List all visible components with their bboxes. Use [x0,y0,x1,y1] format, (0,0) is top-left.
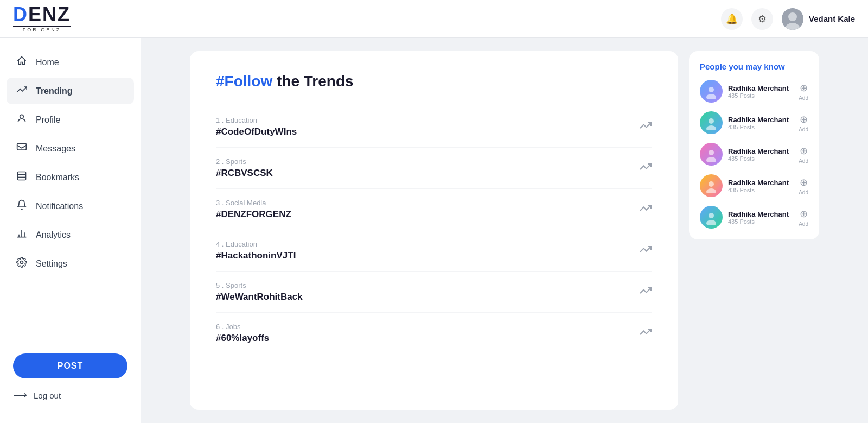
trend-tag: #DENZFORGENZ [216,209,291,220]
settings-icon [15,257,28,270]
trend-item[interactable]: 2 . Sports #RCBVSCSK [216,148,652,189]
person-info: Radhika Merchant 435 Posts [728,147,793,162]
header: DENZ FOR GENZ 🔔 ⚙ Vedant Kale [0,0,868,38]
logo: DENZ FOR GENZ [13,5,71,33]
sidebar-item-label-trending: Trending [36,86,73,96]
svg-point-1 [788,12,797,21]
sidebar-item-label-analytics: Analytics [36,230,71,240]
post-button[interactable]: POST [13,353,127,378]
person-avatar [700,206,723,229]
sidebar-item-messages[interactable]: Messages [7,135,134,162]
svg-point-15 [709,118,714,124]
logo-blue-letter: D [13,3,28,26]
svg-rect-4 [17,143,27,150]
person-avatar [700,80,723,103]
svg-point-19 [709,181,714,187]
user-name: Vedant Kale [809,14,855,23]
sidebar-item-analytics[interactable]: Analytics [7,222,134,248]
sidebar-item-label-notifications: Notifications [36,201,83,211]
person-posts: 435 Posts [728,92,793,99]
sidebar-item-profile[interactable]: Profile [7,106,134,133]
person-posts: 435 Posts [728,155,793,162]
header-right: 🔔 ⚙ Vedant Kale [721,8,855,30]
add-person-button[interactable]: ⊕ Add [799,145,808,164]
person-info: Radhika Merchant 435 Posts [728,84,793,99]
person-item: Radhika Merchant 435 Posts ⊕ Add [700,80,808,103]
svg-point-21 [709,213,714,218]
trend-tag: #60%layoffs [216,333,269,344]
main-content: #Follow the Trends 1 . Education #CodeOf… [141,38,868,423]
trend-item[interactable]: 3 . Social Media #DENZFORGENZ [216,189,652,230]
person-name: Radhika Merchant [728,116,793,124]
trend-item[interactable]: 5 . Sports #WeWantRohitBack [216,272,652,313]
add-label: Add [799,221,808,227]
add-icon: ⊕ [800,82,808,94]
logo-text: DENZ [13,5,71,24]
trend-item[interactable]: 4 . Education #HackathoninVJTI [216,230,652,272]
person-avatar [700,111,723,134]
logo-sub: FOR GENZ [13,26,71,33]
add-icon: ⊕ [800,176,808,188]
svg-point-20 [706,188,716,193]
logout-label: Log out [34,391,61,400]
sidebar-item-notifications[interactable]: Notifications [7,193,134,219]
trend-info: 4 . Education #HackathoninVJTI [216,240,296,261]
sidebar-item-settings[interactable]: Settings [7,250,134,277]
add-person-button[interactable]: ⊕ Add [799,82,808,101]
svg-point-3 [20,115,24,118]
trend-category: 5 . Sports [216,281,303,289]
sidebar-item-label-profile: Profile [36,115,60,125]
add-person-button[interactable]: ⊕ Add [799,113,808,132]
add-icon: ⊕ [800,145,808,157]
logout-icon: ⟶ [13,389,27,401]
trend-item[interactable]: 6 . Jobs #60%layoffs [216,313,652,353]
trend-tag: #RCBVSCSK [216,168,273,179]
settings-button[interactable]: ⚙ [751,8,773,30]
trend-info: 3 . Social Media #DENZFORGENZ [216,199,291,220]
trend-category: 2 . Sports [216,157,273,166]
add-icon: ⊕ [800,113,808,125]
trending-icon [15,84,28,98]
trending-card: #Follow the Trends 1 . Education #CodeOf… [190,51,678,410]
trend-info: 5 . Sports #WeWantRohitBack [216,281,303,302]
sidebar-item-label-bookmarks: Bookmarks [36,173,79,182]
sidebar-item-trending[interactable]: Trending [7,78,134,104]
logo-rest: ENZ [28,3,71,26]
sidebar-item-home[interactable]: Home [7,49,134,75]
trend-category: 4 . Education [216,240,296,248]
logout-item[interactable]: ⟶ Log out [13,387,127,403]
profile-icon [15,113,28,127]
people-title: People you may know [700,62,808,71]
messages-icon [15,142,28,155]
user-info[interactable]: Vedant Kale [782,8,855,30]
add-label: Add [799,95,808,101]
person-item: Radhika Merchant 435 Posts ⊕ Add [700,206,808,229]
person-posts: 435 Posts [728,124,793,130]
trend-info: 2 . Sports #RCBVSCSK [216,157,273,179]
trend-arrow-icon [639,119,652,135]
sidebar-item-bookmarks[interactable]: Bookmarks [7,164,134,191]
trend-arrow-icon [639,160,652,176]
trend-info: 6 . Jobs #60%layoffs [216,323,269,344]
trend-category: 1 . Education [216,116,297,124]
add-icon: ⊕ [800,208,808,220]
svg-point-17 [709,150,714,155]
person-posts: 435 Posts [728,187,793,193]
analytics-icon [15,228,28,242]
right-panel: People you may know Radhika Merchant 435… [689,51,819,410]
trend-item[interactable]: 1 . Education #CodeOfDutyWIns [216,106,652,148]
trending-title-suffix: the Trends [272,73,353,90]
svg-point-18 [706,157,716,162]
trend-category: 6 . Jobs [216,323,269,331]
person-info: Radhika Merchant 435 Posts [728,179,793,193]
add-person-button[interactable]: ⊕ Add [799,208,808,227]
svg-point-22 [706,220,716,225]
notification-button[interactable]: 🔔 [721,8,743,30]
svg-point-16 [706,125,716,130]
add-label: Add [799,190,808,195]
notifications-icon [15,199,28,213]
people-card: People you may know Radhika Merchant 435… [689,51,819,239]
trending-title-prefix: #Follow [216,73,272,90]
add-person-button[interactable]: ⊕ Add [799,176,808,195]
trend-arrow-icon [639,325,652,341]
